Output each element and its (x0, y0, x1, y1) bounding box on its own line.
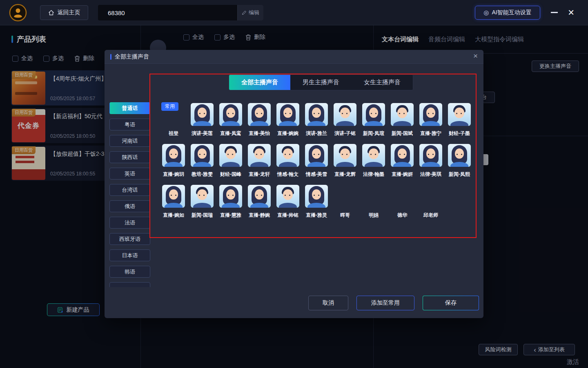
save-button[interactable]: 保存 (423, 296, 479, 310)
language-option[interactable]: 河南话 (109, 135, 150, 147)
avatar-face (198, 148, 207, 159)
voice-item[interactable]: 新闻-凤瑄 (359, 101, 388, 142)
voice-name: 直播-婉妍 (388, 171, 416, 178)
voice-name: 新闻-凤熙 (445, 171, 474, 178)
avatar-shirt (307, 121, 325, 126)
avatar-face (426, 108, 435, 118)
language-option[interactable] (109, 282, 150, 287)
voice-item[interactable]: 晖哥 (331, 183, 359, 224)
voice-avatar (305, 185, 328, 208)
avatar-face (226, 148, 236, 159)
voice-name: 直播-帅铭 (274, 212, 302, 219)
voice-item[interactable]: 财经-国峰 (216, 142, 245, 183)
close-icon[interactable]: × (473, 52, 478, 61)
voice-item[interactable]: 情感-美雪 (302, 142, 331, 183)
avatar-shirt (193, 121, 211, 126)
language-option[interactable]: 陕西话 (109, 151, 150, 163)
voice-avatar (162, 144, 185, 167)
language-option[interactable]: 粤语 (109, 119, 150, 130)
language-option[interactable]: 法语 (109, 217, 150, 229)
voice-avatar-slot (388, 183, 416, 209)
voice-item[interactable]: 教培-雅雯 (188, 142, 216, 183)
language-option[interactable]: 台湾话 (109, 184, 150, 196)
back-home-button[interactable]: 返回主页 (40, 5, 88, 20)
voice-item[interactable]: 明娟 (359, 183, 388, 224)
ai-interaction-settings-button[interactable]: ◎ AI智能互动设置 (475, 6, 540, 20)
avatar-shirt (193, 162, 211, 167)
avatar-face (283, 148, 293, 159)
room-id-field: 68380 编辑 (98, 5, 263, 20)
voice-item[interactable]: 新闻-国斌 (388, 101, 416, 142)
voice-item[interactable]: 直播-龙轩 (245, 142, 274, 183)
voice-item[interactable]: 直播-凤鸾 (216, 101, 245, 142)
voice-avatar-slot (359, 142, 388, 168)
avatar-shirt (450, 121, 468, 126)
voice-name: 演讲-子铭 (331, 130, 359, 137)
voice-item[interactable]: 直播-雅灵 (302, 183, 331, 224)
voice-item[interactable]: 直播-婉玥 (159, 142, 188, 183)
voice-avatar (305, 103, 328, 126)
avatar-face (254, 148, 264, 159)
avatar-face (455, 148, 464, 159)
voice-item[interactable]: 演讲-雅兰 (302, 101, 331, 142)
add-to-favorites-button[interactable]: 添加至常用 (356, 296, 414, 310)
voice-item[interactable]: 直播-婉妍 (388, 142, 416, 183)
voice-item[interactable]: 演讲-美莲 (188, 101, 216, 142)
language-option[interactable]: 英语 (109, 168, 150, 180)
avatar-shirt (165, 162, 183, 167)
language-option[interactable]: 普通话 (109, 102, 150, 114)
voice-item[interactable]: 法律-美琪 (416, 142, 445, 183)
voice-item[interactable]: 邱老师 (416, 183, 445, 224)
voice-item[interactable]: 财经-子墨 (445, 101, 474, 142)
voice-item[interactable]: 德华 (388, 183, 416, 224)
window-close-icon[interactable]: × (568, 6, 574, 18)
avatar-face (255, 189, 264, 200)
voice-item[interactable]: 直播-婉婉 (274, 101, 302, 142)
home-icon (48, 10, 54, 16)
avatar-shirt (279, 121, 297, 126)
cancel-button[interactable]: 取消 (308, 296, 348, 310)
voice-avatar-slot (188, 183, 216, 209)
language-option[interactable]: 俄语 (109, 200, 150, 212)
voice-tab[interactable]: 女生主播声音 (352, 75, 413, 90)
dialog-title: 全部主播声音 (115, 53, 149, 61)
voice-avatar (334, 144, 356, 167)
voice-avatar-slot: 常用 (159, 101, 188, 127)
voice-avatar (448, 144, 471, 167)
avatar-shirt (165, 203, 183, 208)
voice-avatar (276, 185, 299, 208)
voice-item[interactable]: 直播-雅宁 (416, 101, 445, 142)
voice-item[interactable]: 常用 祖登 (159, 101, 188, 142)
voice-avatar-slot (245, 183, 274, 209)
avatar-shirt (250, 121, 268, 126)
voice-item[interactable]: 新闻-国瑞 (188, 183, 216, 224)
minimize-button[interactable] (551, 12, 558, 13)
room-id-input[interactable]: 68380 (98, 5, 237, 20)
language-option[interactable]: 日本语 (109, 249, 150, 261)
voice-item[interactable]: 直播-龙辉 (331, 142, 359, 183)
voice-name: 直播-凤鸾 (216, 130, 245, 137)
voice-name: 德华 (388, 212, 416, 219)
avatar-face (398, 148, 407, 159)
voice-item[interactable]: 演讲-子铭 (331, 101, 359, 142)
voice-tab[interactable]: 全部主播声音 (229, 75, 290, 90)
voice-avatar (305, 144, 328, 167)
edit-room-button[interactable]: 编辑 (237, 5, 263, 20)
language-option[interactable]: 西班牙语 (109, 233, 150, 245)
language-option[interactable]: 韩语 (109, 266, 150, 278)
avatar-shirt (365, 121, 383, 126)
voice-item[interactable]: 直播-慧雅 (216, 183, 245, 224)
voice-avatar (419, 144, 442, 167)
voice-item[interactable]: 直播-静婉 (245, 183, 274, 224)
voice-item[interactable]: 直播-帅铭 (274, 183, 302, 224)
voice-item[interactable]: 直播-婉如 (159, 183, 188, 224)
voice-avatar-slot (274, 101, 302, 127)
voice-item[interactable]: 情感-翰文 (274, 142, 302, 183)
avatar-face (426, 148, 435, 159)
voice-item[interactable]: 法律-翰墨 (359, 142, 388, 183)
voice-item[interactable]: 新闻-凤熙 (445, 142, 474, 183)
avatar-shirt (422, 121, 440, 126)
voice-tab[interactable]: 男生主播声音 (290, 75, 352, 90)
avatar-shirt (222, 162, 240, 167)
voice-item[interactable]: 直播-美怡 (245, 101, 274, 142)
